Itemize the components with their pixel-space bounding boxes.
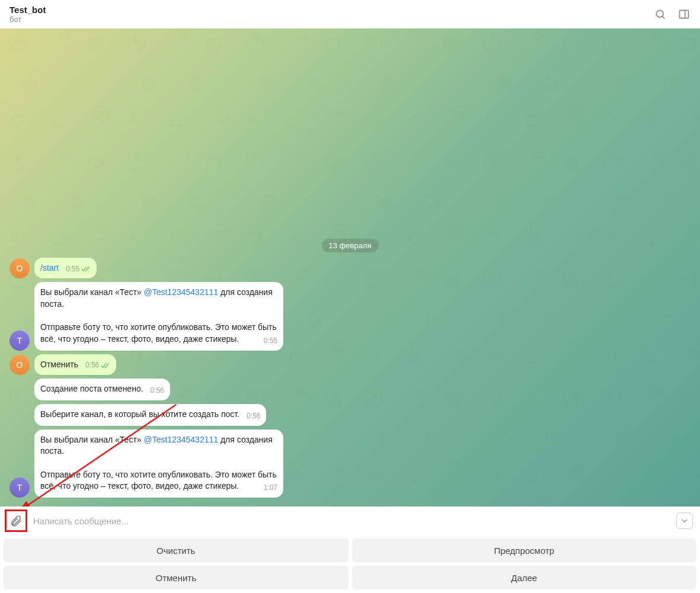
attach-icon[interactable] xyxy=(8,512,24,529)
message-text: Отправьте боту то, что хотите опубликова… xyxy=(40,322,277,344)
message-time: 0:55 xyxy=(264,336,277,346)
message-text: Отменить xyxy=(40,360,78,369)
sidebar-toggle-icon[interactable] xyxy=(677,8,691,21)
chat-area: 13 февраля О /start 0:55 T Вы выбрали ка… xyxy=(0,28,700,507)
bot-avatar[interactable]: T xyxy=(9,477,30,498)
message-text: Вы выбрали канал «Тест» xyxy=(40,287,143,297)
emoji-picker-icon[interactable] xyxy=(676,512,693,529)
chat-subtitle: бот xyxy=(9,15,654,24)
bot-avatar[interactable]: T xyxy=(9,331,30,351)
message-bubble[interactable]: /start 0:55 xyxy=(34,258,97,279)
message-time: 0:56 xyxy=(151,386,164,396)
keyboard-button-preview[interactable]: Предпросмотр xyxy=(352,538,697,562)
annotation-highlight-box xyxy=(5,509,27,532)
message-row-incoming: T Вы выбрали канал «Тест» @Test123454321… xyxy=(9,282,691,350)
message-input[interactable] xyxy=(27,516,676,526)
search-icon[interactable] xyxy=(654,8,667,21)
keyboard-button-cancel[interactable]: Отменить xyxy=(4,566,349,589)
message-text: Выберите канал, в который вы хотите созд… xyxy=(40,409,239,419)
chat-header: Test_bot бот xyxy=(0,0,700,28)
chat-title: Test_bot xyxy=(9,5,654,15)
message-time: 0:56 xyxy=(247,411,260,421)
user-avatar[interactable]: О xyxy=(9,355,30,375)
message-bubble[interactable]: Вы выбрали канал «Тест» @Test12345432111… xyxy=(34,282,283,350)
keyboard-button-clear[interactable]: Очистить xyxy=(4,538,349,562)
header-info[interactable]: Test_bot бот xyxy=(9,5,654,24)
read-checks-icon xyxy=(101,362,110,369)
svg-point-0 xyxy=(656,10,663,17)
message-row-outgoing: О /start 0:55 xyxy=(9,258,691,279)
compose-bar xyxy=(0,507,700,535)
keyboard-button-next[interactable]: Далее xyxy=(352,566,697,589)
message-time: 0:55 xyxy=(66,264,79,274)
message-text: Создание поста отменено. xyxy=(40,384,143,393)
message-bubble[interactable]: Отменить 0:56 xyxy=(34,354,116,376)
reply-keyboard: Очистить Предпросмотр Отменить Далее xyxy=(0,535,700,593)
read-checks-icon xyxy=(81,265,91,273)
svg-rect-2 xyxy=(680,10,689,18)
message-bubble[interactable]: Вы выбрали канал «Тест» @Test12345432111… xyxy=(34,429,283,498)
date-separator: 13 февраля xyxy=(322,239,379,252)
message-text: Отправьте боту то, что хотите опубликова… xyxy=(40,470,277,491)
message-row-incoming: T Вы выбрали канал «Тест» @Test123454321… xyxy=(9,429,691,498)
command-text: /start xyxy=(40,263,59,273)
svg-line-1 xyxy=(663,17,665,19)
message-text: Вы выбрали канал «Тест» xyxy=(40,435,143,444)
user-avatar[interactable]: О xyxy=(9,258,30,278)
message-row-incoming: Создание поста отменено. 0:56 xyxy=(9,379,691,400)
message-row-incoming: Выберите канал, в который вы хотите созд… xyxy=(9,404,691,426)
message-bubble[interactable]: Создание поста отменено. 0:56 xyxy=(34,379,170,400)
channel-mention[interactable]: @Test12345432111 xyxy=(143,435,218,444)
channel-mention[interactable]: @Test12345432111 xyxy=(143,287,218,297)
message-time: 1:07 xyxy=(264,483,277,493)
message-row-outgoing: О Отменить 0:56 xyxy=(9,354,691,376)
message-time: 0:56 xyxy=(85,360,99,370)
message-bubble[interactable]: Выберите канал, в который вы хотите созд… xyxy=(34,404,266,426)
